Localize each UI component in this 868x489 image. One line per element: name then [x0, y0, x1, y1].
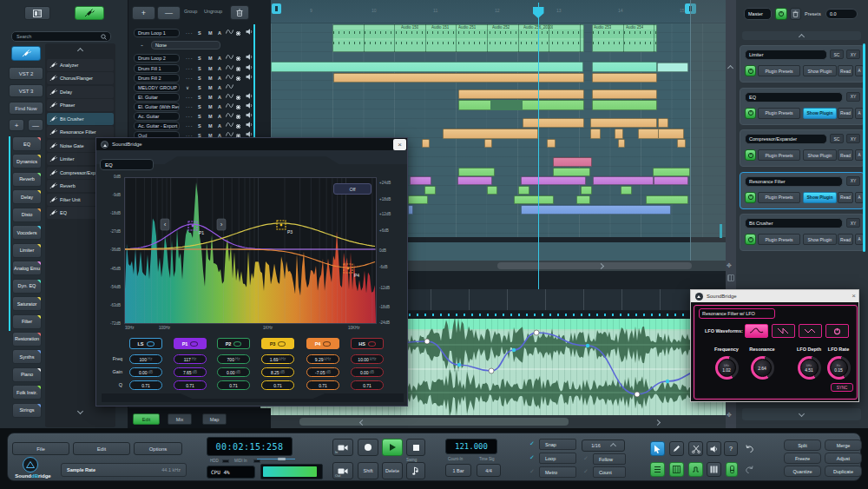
track-mute-button[interactable]: M — [208, 93, 213, 102]
eq-band-freq-value[interactable]: 1.69kHz — [261, 354, 294, 364]
track-arm-button[interactable]: A — [218, 93, 221, 102]
knob-control[interactable]: kHz4.51 — [798, 356, 821, 380]
audio-clip[interactable] — [333, 73, 584, 83]
track-name-field[interactable]: El. Guitar (With Rev. — [134, 102, 180, 111]
eq-window-close-button[interactable]: × — [393, 139, 406, 150]
track-record-button[interactable] — [236, 56, 240, 61]
track-name-field[interactable]: Ac. Guitar — [134, 112, 180, 121]
sample-rate-field[interactable]: Sample Rate 44.1 kHz — [61, 463, 187, 477]
audio-clip[interactable] — [677, 139, 686, 148]
eq-band-freq-value[interactable]: 117Hz — [174, 354, 207, 364]
plugin-power-button[interactable] — [745, 192, 756, 203]
track-record-button[interactable] — [236, 31, 240, 36]
track-solo-button[interactable]: S — [198, 29, 201, 37]
track-automation-icon[interactable] — [226, 64, 233, 73]
audio-clip[interactable] — [271, 62, 583, 72]
plugin-slot[interactable]: Bit Crusher SC XY Plugin Presets Show Pl… — [740, 214, 865, 251]
track-arm-button[interactable]: A — [218, 112, 221, 121]
plugin-power-button[interactable] — [745, 149, 756, 161]
track-automation-icon[interactable] — [226, 93, 233, 102]
category-button[interactable]: Vocoders — [12, 225, 42, 240]
plugin-power-button[interactable] — [745, 65, 756, 76]
track-mute-button[interactable]: M — [208, 83, 213, 92]
category-button[interactable]: EQ — [12, 136, 42, 151]
audio-clip[interactable] — [458, 168, 495, 176]
track-row[interactable]: Drum Fill 1 ··· S M A ⌁ Drum Fill 1 — [132, 64, 260, 73]
track-options-dots[interactable]: ··· — [186, 64, 194, 73]
eq-band-button[interactable]: P1 — [174, 338, 207, 349]
track-solo-button[interactable]: S — [198, 102, 201, 111]
show-plugin-button[interactable]: Show Plugin — [803, 108, 837, 119]
timeline-vscroll-indicator[interactable] — [720, 224, 722, 238]
add-track-button[interactable]: + — [132, 6, 155, 20]
timeline-scrollbar-handle[interactable] — [497, 262, 692, 269]
draw-tool-button[interactable] — [669, 441, 684, 456]
duplicate-button[interactable]: Duplicate — [825, 466, 862, 477]
track-solo-button[interactable]: S — [198, 93, 201, 102]
audio-clip[interactable] — [443, 129, 538, 139]
mixer-view-button[interactable] — [726, 462, 738, 477]
time-sig-button[interactable]: 4/4 — [477, 464, 501, 477]
eq-band-gain-value[interactable]: -7.05dB — [306, 367, 339, 377]
tab-map[interactable]: Map — [202, 413, 227, 425]
track-arm-button[interactable]: A — [218, 74, 221, 83]
library-view-button[interactable] — [24, 6, 50, 20]
editor-scrollbar[interactable] — [260, 415, 726, 428]
track-options-dots[interactable]: ··· — [186, 102, 194, 111]
audio-clip[interactable] — [646, 195, 688, 204]
plugin-slot-name[interactable]: Bit Crusher — [745, 218, 843, 228]
category-button[interactable]: Folk Instr. — [12, 385, 42, 400]
track-monitor-button[interactable] — [246, 93, 253, 102]
plugin-read-button[interactable]: Read — [838, 234, 853, 245]
grid-tool-icon[interactable] — [727, 274, 734, 281]
cut-tool-button[interactable] — [688, 441, 703, 456]
audio-clip[interactable] — [408, 205, 413, 215]
lfo-wave-saw-button[interactable] — [772, 324, 795, 338]
category-button[interactable]: Dynamics — [12, 154, 42, 169]
master-value-field[interactable]: 0.0 — [825, 9, 858, 19]
track-monitor-button[interactable] — [246, 74, 253, 83]
audio-clip[interactable] — [553, 157, 592, 167]
track-arm-button[interactable]: A — [218, 102, 221, 111]
plugin-list-item[interactable]: Bit Crusher — [47, 113, 114, 125]
audio-clip[interactable] — [593, 176, 654, 185]
knob-control[interactable]: 2.64 — [751, 356, 774, 380]
audio-clip[interactable] — [615, 129, 623, 139]
group-button[interactable]: Group — [184, 9, 197, 14]
category-button[interactable]: Piano — [12, 367, 42, 382]
track-options-dots[interactable]: ··· — [186, 112, 194, 121]
eq-graph[interactable]: ‹›P1P3P4 — [124, 177, 377, 324]
plugin-slot[interactable]: Resonance Filter SC XY Plugin Presets Sh… — [740, 172, 865, 209]
lfo-power-button[interactable] — [825, 324, 849, 338]
track-name-field[interactable]: Drum Fill 1 — [134, 64, 180, 73]
lfo-wave-sine-button[interactable] — [745, 324, 768, 338]
grid-division-select[interactable]: 1/16 — [582, 439, 625, 452]
piano-roll-view-button[interactable] — [669, 462, 684, 477]
plugin-list-item[interactable]: Analyzer — [47, 59, 114, 71]
track-send-field[interactable]: None — [151, 41, 220, 50]
plugin-slot-name[interactable]: EQ — [745, 92, 843, 102]
eq-band-gain-value[interactable]: 0.00dB — [217, 367, 250, 377]
eq-band-freq-value[interactable]: 100Hz — [129, 354, 162, 364]
plugin-presets-button[interactable]: Plugin Presets — [758, 149, 800, 161]
audio-clip[interactable] — [592, 89, 657, 99]
track-row[interactable]: El. Guitar (With Rev. ··· S M A ⌁ El. Gu… — [132, 102, 260, 111]
plugin-read-button[interactable]: Read — [838, 65, 853, 76]
track-solo-button[interactable]: S — [198, 54, 201, 63]
select-tool-button[interactable] — [650, 441, 665, 456]
audio-clip[interactable] — [657, 63, 688, 72]
eq-band-gain-value[interactable]: 0.00dB — [129, 367, 162, 377]
track-automation-icon[interactable] — [226, 112, 233, 121]
track-automation-icon[interactable] — [226, 83, 233, 92]
plugin-sidechain-button[interactable]: SC — [830, 134, 844, 143]
master-delete-button[interactable] — [790, 8, 801, 20]
nav-vst3-button[interactable]: VST 3 — [9, 84, 43, 97]
track-name-field[interactable]: El. Guitar — [134, 93, 180, 102]
track-monitor-button[interactable] — [246, 64, 253, 73]
plugin-slot-name[interactable]: Limiter — [745, 50, 827, 60]
strip-scroll-up-icon[interactable] — [727, 65, 733, 71]
category-button[interactable]: Strings — [12, 403, 42, 418]
category-button[interactable]: Limiter — [12, 243, 42, 258]
eq-band-button[interactable]: HS — [351, 338, 384, 349]
audio-clip[interactable] — [621, 186, 632, 195]
